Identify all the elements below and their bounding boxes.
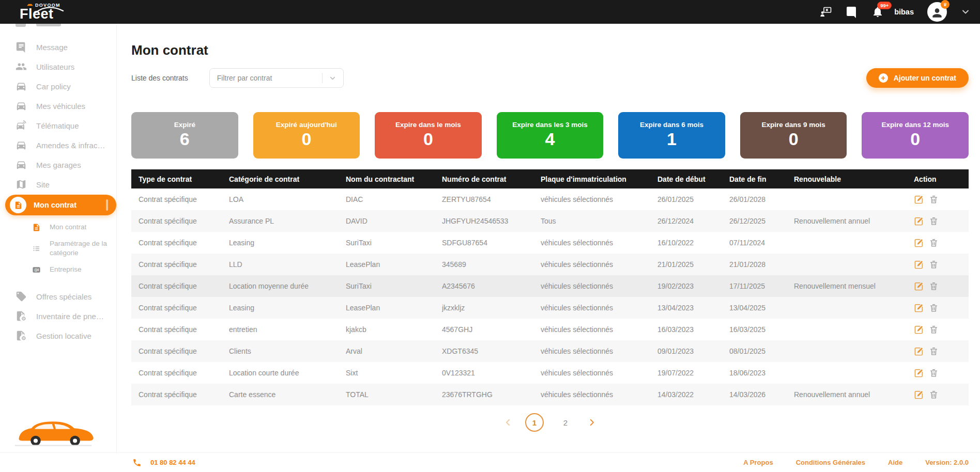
table-cell: Carte essence (229, 390, 346, 399)
active-indicator (106, 199, 108, 211)
sidebar-item-label: Mon contrat (34, 201, 76, 209)
table-cell: LeasePlan (346, 260, 442, 269)
add-contract-button[interactable]: + Ajouter un contrat (866, 68, 969, 88)
table-cell: DIAC (346, 195, 442, 203)
trash-icon[interactable] (929, 238, 939, 248)
trash-icon[interactable] (929, 325, 939, 335)
edit-icon[interactable] (914, 325, 924, 335)
table-row[interactable]: Contrat spécifiqueLeasingSuriTaxiSDFGU87… (131, 232, 969, 254)
trash-icon[interactable] (929, 347, 939, 356)
edit-icon[interactable] (914, 281, 924, 291)
card-value: 4 (497, 129, 604, 149)
table-cell: véhicules sélectionnés (541, 282, 657, 290)
table-row[interactable]: Contrat spécifiqueLocation moyenne durée… (131, 275, 969, 297)
footer-link-aide[interactable]: Aide (888, 459, 902, 466)
edit-icon[interactable] (914, 195, 924, 204)
sidebar-item-mes-garages[interactable]: Mes garages (0, 155, 116, 175)
edit-icon[interactable] (914, 368, 924, 378)
card-expire-dans-12-mois[interactable]: Expire dans 12 mois0 (862, 112, 969, 159)
column-header-date-de-d-but: Date de début (657, 175, 729, 183)
card-expire-dans-9-mois[interactable]: Expire dans 9 mois0 (740, 112, 847, 159)
card-expire-dans-les-3-mois[interactable]: Expire dans les 3 mois4 (497, 112, 604, 159)
card-expire-dans-le-mois[interactable]: Expire dans le mois0 (375, 112, 482, 159)
footer-link-conditions-g-n-rales[interactable]: Conditions Générales (796, 459, 865, 466)
table-cell: 26/01/2028 (729, 195, 794, 203)
footer-phone[interactable]: 01 80 82 44 44 (150, 459, 195, 466)
card-label: Expire dans les 3 mois (497, 121, 604, 129)
filter-placeholder: Filtrer par contrat (210, 74, 322, 82)
table-row[interactable]: Contrat spécifiqueClientsArvalXDGT6345vé… (131, 340, 969, 362)
trash-icon[interactable] (929, 390, 939, 400)
trash-icon[interactable] (929, 281, 939, 291)
sidebar-item-offres-sp-ciales[interactable]: Offres spéciales (0, 287, 116, 306)
app-version: Version: 2.0.0 (925, 459, 969, 466)
table-row[interactable]: Contrat spécifiqueentretienkjakcb4567GHJ… (131, 319, 969, 340)
row-actions (914, 195, 969, 204)
edit-icon[interactable] (914, 390, 924, 400)
table-row[interactable]: Contrat spécifiqueLeasingLeasePlanjkzxkl… (131, 297, 969, 319)
contact-card-icon[interactable] (820, 6, 832, 18)
table-row[interactable]: Contrat spécifiqueLLDLeasePlan345689véhi… (131, 254, 969, 275)
sidebar-item-mon-contrat-active[interactable]: Mon contrat (5, 195, 116, 215)
table-row[interactable]: Contrat spécifiqueCarte essenceTOTAL2367… (131, 384, 969, 405)
edit-icon[interactable] (914, 260, 924, 270)
car-illustration (11, 412, 95, 449)
trash-icon[interactable] (929, 195, 939, 204)
sidebar-item-mes-v-hicules[interactable]: Mes véhicules (0, 96, 116, 116)
row-actions (914, 347, 969, 356)
table-row[interactable]: Contrat spécifiqueLOADIACZERTYU87654véhi… (131, 188, 969, 210)
table-cell: 16/03/2025 (729, 325, 794, 334)
table-cell: 13/04/2025 (729, 304, 794, 312)
sidebar-item-amendes-infrac[interactable]: Amendes & infrac… (0, 135, 116, 155)
table-cell: véhicules sélectionnés (541, 195, 657, 203)
sidebar-subitem-param-trage-de-la-cat-gorie[interactable]: Paramétrage de la catégorie (0, 237, 116, 260)
table-row[interactable]: Contrat spécifiqueAssurance PLDAVIDJHGFY… (131, 210, 969, 232)
table-cell: entretien (229, 325, 346, 334)
page-button-1[interactable]: 1 (525, 413, 544, 432)
row-actions (914, 216, 969, 226)
card-value: 0 (375, 129, 482, 149)
edit-icon[interactable] (914, 347, 924, 356)
brand-logo[interactable]: DOVOOM Fleet (20, 3, 60, 21)
chat-icon[interactable] (846, 6, 858, 18)
page-button-2[interactable]: 2 (556, 413, 575, 432)
table-cell: 0V123321 (442, 369, 541, 377)
trash-icon[interactable] (929, 303, 939, 313)
edit-icon[interactable] (914, 303, 924, 313)
edit-icon[interactable] (914, 216, 924, 226)
sidebar-item-t-l-matique[interactable]: Télématique (0, 116, 116, 135)
table-cell: véhicules sélectionnés (541, 239, 657, 247)
card-expir[interactable]: Expiré6 (131, 112, 238, 159)
table-cell: 18/06/2023 (729, 369, 794, 377)
sidebar-item-message[interactable]: Message (0, 37, 116, 57)
trash-icon[interactable] (929, 260, 939, 270)
car-icon (16, 100, 27, 112)
sidebar-item-label: Utilisateurs (36, 62, 109, 71)
trash-icon[interactable] (929, 368, 939, 378)
notifications-bell-icon[interactable]: 99+ (871, 6, 884, 18)
next-page-button[interactable] (587, 418, 596, 427)
card-expir-aujourd-hui[interactable]: Expiré aujourd'hui0 (253, 112, 360, 159)
footer-link-a-propos[interactable]: A Propos (743, 459, 773, 466)
avatar[interactable]: ♛ (927, 2, 947, 22)
card-expire-dans-6-mois[interactable]: Expire dans 6 mois1 (618, 112, 725, 159)
sidebar-subitem-mon-contrat[interactable]: Mon contrat (0, 217, 116, 237)
table-cell: 19/07/2022 (657, 369, 729, 377)
trash-icon[interactable] (929, 216, 939, 226)
sidebar-item-gestion-locative[interactable]: Gestion locative (0, 326, 116, 345)
sidebar-item-inventaire-de-pne[interactable]: Inventaire de pne… (0, 306, 116, 326)
table-row[interactable]: Contrat spécifiqueLocation courte duréeS… (131, 362, 969, 384)
chevron-down-icon[interactable] (960, 7, 971, 17)
sidebar-item-utilisateurs[interactable]: Utilisateurs (0, 57, 116, 76)
at-badge-icon: @ (32, 265, 41, 274)
table-cell: Renouvellement annuel (794, 390, 914, 399)
previous-page-button[interactable] (503, 418, 513, 427)
sidebar-subitem-entreprise[interactable]: @Entreprise (0, 260, 116, 279)
sidebar-item-car-policy[interactable]: Car policy (0, 76, 116, 96)
column-header-nom-du-contractant: Nom du contractant (346, 175, 442, 183)
contract-filter-select[interactable]: Filtrer par contrat (209, 68, 344, 88)
edit-icon[interactable] (914, 238, 924, 248)
table-cell: 26/12/2024 (657, 217, 729, 225)
list-icon (32, 244, 41, 253)
sidebar-item-site[interactable]: Site (0, 175, 116, 194)
